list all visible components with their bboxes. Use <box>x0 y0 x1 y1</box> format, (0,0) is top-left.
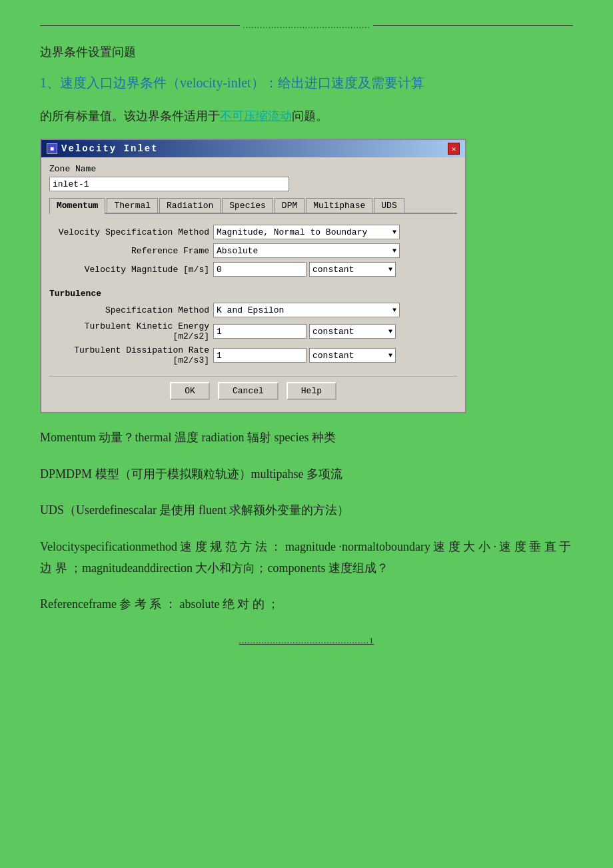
heading-1: 1、速度入口边界条件（velocity-inlet）：给出进口速度及需要计算 <box>40 72 573 93</box>
intro-text: 的所有标量值。该边界条件适用于不可压缩流动问题。 <box>40 105 573 127</box>
tke-dropdown-value: constant <box>312 327 354 337</box>
help-button[interactable]: Help <box>287 382 336 400</box>
tke-dropdown[interactable]: constant ▼ <box>309 324 396 339</box>
para1: Momentum 动量？thermal 温度 radiation 辐射 spec… <box>40 427 573 448</box>
vsm-row: Velocity Specification Method Magnitude,… <box>49 225 457 239</box>
velocity-inlet-dialog: ■ Velocity Inlet ✕ Zone Name Momentum Th… <box>40 139 466 413</box>
tdr-row: Turbulent Dissipation Rate [m2/s3] const… <box>49 345 457 365</box>
tdr-dropdown[interactable]: constant ▼ <box>309 348 396 363</box>
vsm-label: Velocity Specification Method <box>49 227 209 237</box>
rf-row: Reference Frame Absolute ▼ <box>49 243 457 258</box>
tab-dpm[interactable]: DPM <box>275 198 305 213</box>
titlebar-left: ■ Velocity Inlet <box>47 143 159 154</box>
intro-end: 问题。 <box>292 109 328 123</box>
vm-dropdown[interactable]: constant ▼ <box>309 262 396 277</box>
dialog-footer: OK Cancel Help <box>49 376 457 405</box>
tke-arrow: ▼ <box>388 328 392 335</box>
tke-label: Turbulent Kinetic Energy [m2/s2] <box>49 321 209 341</box>
para3: UDS（Userdefinescalar 是使用 fluent 求解额外变量的方… <box>40 499 573 521</box>
spec-method-arrow: ▼ <box>392 307 396 314</box>
zone-name-label: Zone Name <box>49 164 457 174</box>
spec-method-row: Specification Method K and Epsilon ▼ <box>49 303 457 317</box>
cancel-button[interactable]: Cancel <box>218 382 279 400</box>
turbulence-section: Turbulence Specification Method K and Ep… <box>49 289 457 365</box>
dialog-wrapper: ■ Velocity Inlet ✕ Zone Name Momentum Th… <box>40 139 573 413</box>
dialog-icon: ■ <box>47 143 57 154</box>
tdr-label: Turbulent Dissipation Rate [m2/s3] <box>49 345 209 365</box>
tke-row: Turbulent Kinetic Energy [m2/s2] constan… <box>49 321 457 341</box>
vm-arrow: ▼ <box>388 266 392 273</box>
spec-method-label: Specification Method <box>49 305 209 315</box>
incompressible-link[interactable]: 不可压缩流动 <box>220 109 292 123</box>
vm-input[interactable] <box>213 262 306 277</box>
tke-input[interactable] <box>213 324 306 339</box>
para2: DPMDPM 模型（可用于模拟颗粒轨迹）multipahse 多项流 <box>40 463 573 485</box>
section-title: 边界条件设置问题 <box>40 44 573 60</box>
rf-label: Reference Frame <box>49 246 209 256</box>
zone-name-input[interactable] <box>49 177 289 191</box>
top-line-left <box>40 25 240 31</box>
rf-arrow: ▼ <box>392 247 396 255</box>
tab-thermal[interactable]: Thermal <box>107 198 158 213</box>
top-divider: ........................................… <box>40 20 573 31</box>
vm-label: Velocity Magnitude [m/s] <box>49 265 209 275</box>
dialog-fields: Velocity Specification Method Magnitude,… <box>49 222 457 283</box>
vm-dropdown-value: constant <box>312 265 354 275</box>
close-button[interactable]: ✕ <box>448 143 460 155</box>
intro-start: 的所有标量值。该边界条件适用于 <box>40 109 220 123</box>
dialog-body: Zone Name Momentum Thermal Radiation Spe… <box>41 157 465 412</box>
heading-description: 给出进口速度及需要计算 <box>278 75 424 90</box>
top-dots: ........................................… <box>240 20 372 31</box>
heading-colon: ： <box>265 75 278 90</box>
tdr-input[interactable] <box>213 348 306 363</box>
tdr-arrow: ▼ <box>388 352 392 359</box>
dialog-titlebar: ■ Velocity Inlet ✕ <box>41 140 465 157</box>
turbulence-label: Turbulence <box>49 289 457 299</box>
vsm-value: Magnitude, Normal to Boundary <box>217 227 367 237</box>
bottom-dots: ........................................… <box>239 635 374 646</box>
spec-method-dropdown[interactable]: K and Epsilon ▼ <box>213 303 400 317</box>
spec-method-value: K and Epsilon <box>217 305 284 315</box>
heading-number: 1 <box>40 75 47 90</box>
tab-multiphase[interactable]: Multiphase <box>306 198 372 213</box>
para4: Velocityspecificationmethod 速 度 规 范 方 法 … <box>40 536 573 579</box>
para5: Referenceframe 参 考 系 ： absolute 绝 对 的 ； <box>40 593 573 615</box>
tab-radiation[interactable]: Radiation <box>159 198 221 213</box>
dialog-tabs: Momentum Thermal Radiation Species DPM M… <box>49 198 457 214</box>
dialog-title: Velocity Inlet <box>61 143 159 154</box>
tab-momentum[interactable]: Momentum <box>49 198 105 214</box>
top-line-right <box>373 25 573 31</box>
vsm-arrow: ▼ <box>392 229 396 236</box>
tab-uds[interactable]: UDS <box>374 198 404 213</box>
rf-value: Absolute <box>217 246 258 256</box>
bottom-divider: ........................................… <box>40 635 573 646</box>
velocity-inlet-link[interactable]: 速度入口边界条件（velocity-inlet） <box>60 75 265 90</box>
ok-button[interactable]: OK <box>170 382 210 400</box>
tab-species[interactable]: Species <box>222 198 273 213</box>
vm-row: Velocity Magnitude [m/s] constant ▼ <box>49 262 457 277</box>
rf-dropdown[interactable]: Absolute ▼ <box>213 243 400 258</box>
tdr-dropdown-value: constant <box>312 351 354 361</box>
heading-separator: 、 <box>47 75 60 90</box>
vsm-dropdown[interactable]: Magnitude, Normal to Boundary ▼ <box>213 225 400 239</box>
